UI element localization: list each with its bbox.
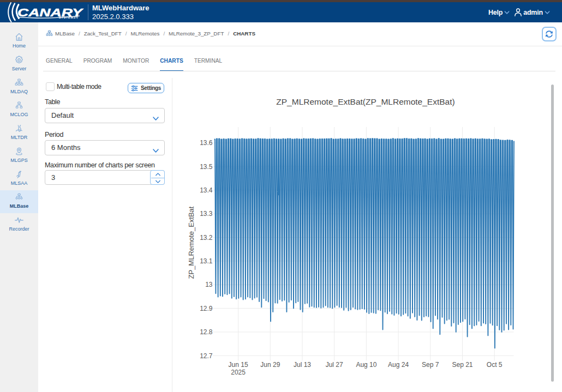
svg-text:SYSTEMS®: SYSTEMS® — [59, 16, 78, 19]
